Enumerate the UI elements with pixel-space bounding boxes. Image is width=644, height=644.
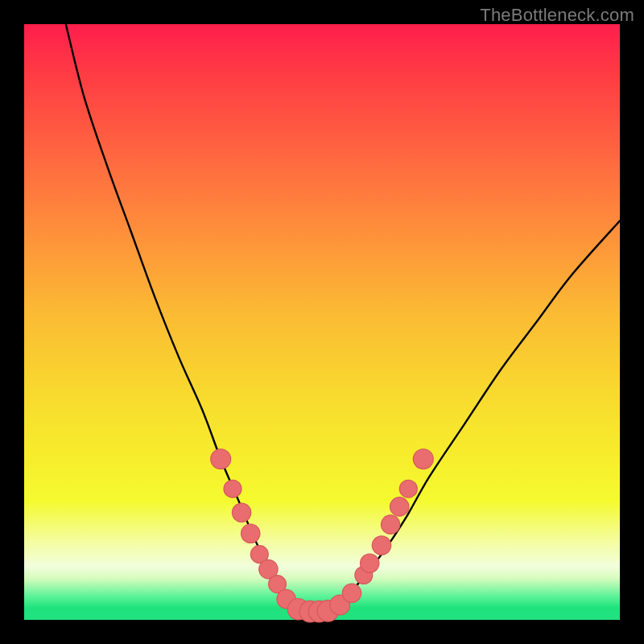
curve-marker [414, 449, 433, 469]
curve-marker [390, 497, 408, 515]
curve-marker [233, 504, 250, 522]
curve-marker [361, 555, 378, 572]
curve-marker [382, 516, 399, 534]
curve-marker [343, 584, 361, 602]
curve-markers [210, 448, 434, 622]
curve-marker [225, 481, 242, 497]
watermark-text: TheBottleneck.com [480, 5, 634, 26]
chart-overlay [24, 24, 620, 620]
plot-area [24, 24, 620, 620]
curve-marker [242, 525, 259, 543]
chart-stage: TheBottleneck.com [0, 0, 644, 644]
curve-marker [211, 449, 230, 469]
curve-marker [373, 536, 390, 554]
curve-marker [400, 481, 417, 497]
bottleneck-curve [66, 24, 620, 611]
